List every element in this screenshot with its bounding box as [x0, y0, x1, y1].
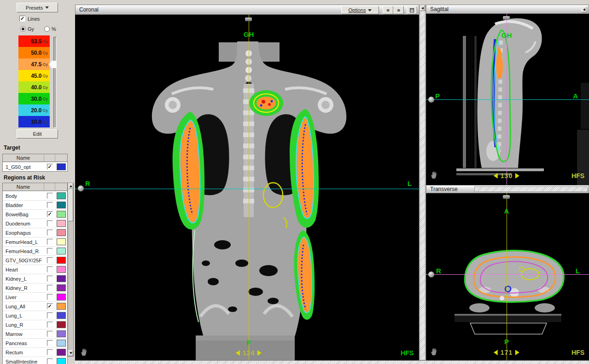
region-row[interactable]: Lung_L [3, 311, 67, 320]
region-row[interactable]: Lung_All✓ [3, 301, 67, 311]
region-color-swatch[interactable] [57, 248, 66, 254]
region-color-swatch[interactable] [57, 340, 66, 347]
region-color-swatch[interactable] [57, 238, 66, 245]
next-views-button[interactable]: » [393, 6, 404, 14]
dose-level-row[interactable]: 20.0Gy [18, 104, 50, 116]
region-visibility-checkbox[interactable] [47, 340, 53, 346]
region-color-swatch[interactable] [57, 266, 66, 273]
unit-percent-radio[interactable] [44, 26, 50, 32]
region-visibility-checkbox[interactable] [47, 257, 53, 263]
region-color-swatch[interactable] [57, 220, 66, 227]
dose-level-row[interactable]: 30.0Gy [18, 93, 50, 104]
region-visibility-checkbox[interactable] [47, 202, 53, 208]
region-row[interactable]: Lung_R [3, 320, 67, 329]
region-color-swatch[interactable] [57, 284, 66, 291]
region-color-swatch[interactable] [57, 330, 66, 337]
prev-slice-icon[interactable] [494, 173, 498, 179]
region-row[interactable]: Liver [3, 292, 67, 301]
region-visibility-checkbox[interactable] [47, 266, 53, 272]
region-color-swatch[interactable] [57, 192, 66, 199]
region-color-swatch[interactable] [57, 312, 66, 319]
transverse-view[interactable]: A R L P 171 HFS [426, 193, 589, 360]
dose-level-row[interactable]: 10.0Gy [18, 116, 50, 127]
region-visibility-checkbox[interactable] [47, 193, 53, 199]
region-color-swatch[interactable] [57, 358, 66, 364]
region-visibility-checkbox[interactable] [47, 239, 53, 245]
region-visibility-checkbox[interactable] [47, 248, 53, 254]
unit-gy-radio[interactable] [20, 26, 26, 32]
pan-hand-icon[interactable] [430, 347, 439, 356]
coronal-view[interactable]: GH R L F 124 HFS [75, 15, 419, 360]
target-color-swatch[interactable] [57, 163, 66, 170]
region-row[interactable]: GTV_50GY/25F [3, 255, 67, 265]
region-row[interactable]: Duodenum [3, 219, 67, 228]
region-row[interactable]: Esophagus [3, 228, 67, 237]
region-color-swatch[interactable] [57, 229, 66, 236]
region-row[interactable]: Rectum [3, 347, 67, 357]
dose-slider-thumb[interactable] [49, 61, 57, 68]
region-row[interactable]: Bladder [3, 200, 67, 209]
region-row[interactable]: Heart [3, 265, 67, 274]
target-visibility-checkbox[interactable]: ✓ [47, 164, 53, 170]
region-visibility-checkbox[interactable] [47, 312, 53, 318]
plane-rotate-handle[interactable] [503, 195, 510, 199]
regions-scrollbar[interactable] [68, 183, 74, 357]
region-color-swatch[interactable] [57, 321, 66, 328]
region-visibility-checkbox[interactable] [47, 276, 53, 282]
pan-hand-icon[interactable] [80, 347, 89, 357]
region-color-swatch[interactable] [57, 275, 66, 282]
region-visibility-checkbox[interactable] [47, 285, 53, 291]
display-mode-button[interactable] [407, 6, 417, 14]
bottom-slider-strip[interactable] [75, 360, 589, 364]
region-row[interactable]: FemurHead_L [3, 237, 67, 246]
dose-level-row[interactable]: 53.5Gy [18, 35, 50, 47]
panel-divider-scrollbar[interactable] [420, 5, 426, 360]
region-visibility-checkbox[interactable] [47, 322, 53, 328]
sagittal-collapse-button[interactable] [581, 6, 587, 12]
region-visibility-checkbox[interactable] [47, 331, 53, 337]
prev-views-button[interactable]: « [383, 6, 393, 14]
region-visibility-checkbox[interactable] [47, 349, 53, 355]
region-color-swatch[interactable] [57, 257, 66, 264]
region-visibility-checkbox[interactable] [47, 358, 53, 364]
next-slice-icon[interactable] [257, 350, 262, 356]
regions-scrollbar-thumb[interactable] [68, 189, 73, 221]
dose-level-row[interactable]: 40.0Gy [18, 81, 50, 93]
options-button[interactable]: Options [341, 6, 379, 14]
region-row[interactable]: FemurHead_R [3, 246, 67, 255]
target-row[interactable]: 1_G50_opt ✓ [3, 162, 67, 171]
crosshair-drag-handle[interactable] [78, 185, 84, 191]
next-slice-icon[interactable] [515, 350, 519, 355]
prev-slice-icon[interactable] [236, 350, 240, 356]
divider-collapse-button[interactable] [420, 5, 425, 11]
region-row[interactable]: BowelBag✓ [3, 209, 67, 219]
lines-checkbox[interactable]: ✓ [19, 16, 25, 22]
region-row[interactable]: Kidney_R [3, 283, 67, 292]
region-visibility-checkbox[interactable]: ✓ [47, 211, 53, 217]
region-row[interactable]: Marrow [3, 329, 67, 338]
region-visibility-checkbox[interactable]: ✓ [47, 303, 53, 309]
plane-rotate-handle[interactable] [503, 16, 510, 20]
region-color-swatch[interactable] [57, 303, 66, 310]
prev-slice-icon[interactable] [494, 350, 498, 355]
sagittal-view[interactable]: GH P A 130 HFS [426, 14, 589, 185]
dose-level-row[interactable]: 50.0Gy [18, 47, 50, 58]
transverse-plane-line[interactable] [426, 99, 589, 100]
region-color-swatch[interactable] [57, 211, 66, 218]
scroll-down-button[interactable] [68, 350, 73, 356]
transverse-plane-line[interactable] [75, 189, 419, 189]
region-color-swatch[interactable] [57, 202, 66, 208]
dose-slider-track[interactable] [53, 37, 57, 128]
plane-rotate-handle[interactable] [245, 17, 252, 21]
coronal-plane-line[interactable] [507, 193, 507, 360]
presets-button[interactable]: Presets [17, 3, 58, 12]
sagittal-plane-line[interactable] [426, 274, 589, 275]
region-row[interactable]: Body [3, 191, 67, 200]
region-row[interactable]: Kidney_L [3, 274, 67, 283]
pan-hand-icon[interactable] [430, 170, 439, 179]
crosshair-drag-handle[interactable] [428, 272, 434, 277]
crosshair-drag-handle[interactable] [428, 97, 434, 103]
scroll-up-button[interactable] [68, 183, 73, 189]
region-row[interactable]: SmallIntestine [3, 357, 67, 364]
dose-level-row[interactable]: 47.5Gy [18, 58, 50, 70]
